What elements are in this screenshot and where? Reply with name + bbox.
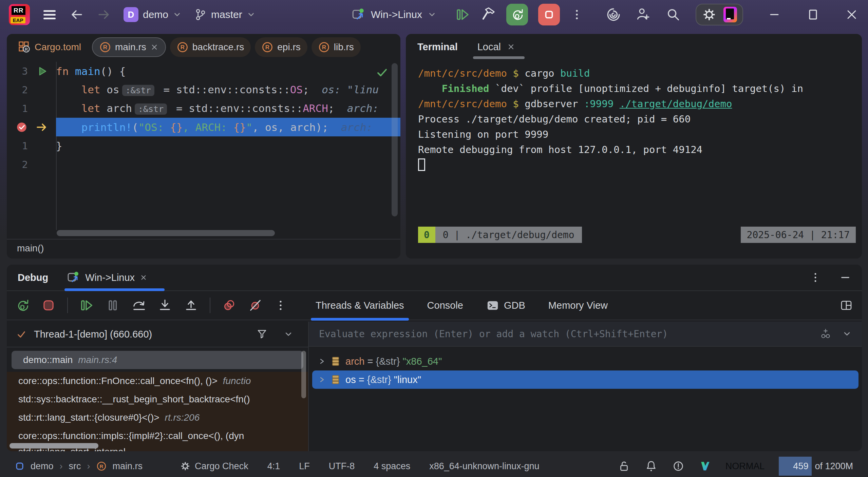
build-hammer-icon[interactable] xyxy=(480,7,496,22)
vim-mode-indicator[interactable]: NORMAL xyxy=(725,461,765,472)
problems-warning-icon[interactable] xyxy=(672,460,685,473)
close-icon[interactable] xyxy=(140,274,147,281)
status-breadcrumbs[interactable]: demo › src › R main.rs xyxy=(15,461,143,472)
status-widget-4-1[interactable]: 4:1 xyxy=(267,461,280,472)
rerun-debug-icon[interactable] xyxy=(15,298,30,313)
editor-vertical-scrollbar[interactable] xyxy=(392,63,398,216)
status-widget-4-spaces[interactable]: 4 spaces xyxy=(374,461,410,472)
svg-text:R: R xyxy=(322,44,326,51)
frames-vertical-scrollbar[interactable] xyxy=(301,351,306,398)
frames-horizontal-scrollbar[interactable] xyxy=(10,443,98,449)
run-configuration-selector[interactable]: Win->Linux xyxy=(351,0,436,29)
thread-label: Thread-1-[demo] (660.660) xyxy=(34,329,152,340)
variable-row-arch[interactable]: arch = {&str} "x86_64" xyxy=(312,352,858,370)
rerun-debug-button[interactable] xyxy=(506,4,528,25)
variable-row-os[interactable]: os = {&str} "linux" xyxy=(312,370,858,389)
more-actions-kebab-icon[interactable] xyxy=(570,8,584,21)
forward-arrow-icon[interactable] xyxy=(96,7,111,22)
project-selector[interactable]: D demo xyxy=(124,7,182,22)
mute-breakpoints-icon[interactable] xyxy=(248,298,263,313)
hide-panel-icon[interactable] xyxy=(839,271,852,284)
debug-tab-console[interactable]: Console xyxy=(426,291,465,320)
hamburger-menu-icon[interactable] xyxy=(42,7,57,22)
debug-options-kebab-icon[interactable] xyxy=(809,271,822,284)
debug-tab-threads-variables[interactable]: Threads & Variables xyxy=(314,291,405,320)
plugin-color-icon xyxy=(723,7,737,22)
resume-program-icon[interactable] xyxy=(455,7,470,22)
terminal-tab-local[interactable]: Local xyxy=(477,41,515,53)
debug-session-tab[interactable]: Win->Linux xyxy=(67,271,147,284)
resume-icon[interactable] xyxy=(79,298,94,313)
back-arrow-icon[interactable] xyxy=(69,7,84,22)
branch-selector[interactable]: master xyxy=(194,8,256,21)
crumb-project[interactable]: demo xyxy=(31,461,54,472)
stack-frame[interactable]: std::sys::backtrace::__rust_begin_short_… xyxy=(7,390,308,408)
expand-chevron-icon[interactable] xyxy=(318,376,326,384)
stop-icon[interactable] xyxy=(41,298,56,313)
add-watch-icon[interactable] xyxy=(819,327,832,340)
rustrover-logo: RR EAP xyxy=(9,4,30,25)
stack-frame[interactable]: core::ops::function::FnOnce::call_once<f… xyxy=(7,372,308,390)
close-icon[interactable] xyxy=(150,43,158,51)
close-icon[interactable] xyxy=(507,43,515,51)
step-out-icon[interactable] xyxy=(184,298,199,313)
maximize-window-icon[interactable] xyxy=(806,7,820,22)
ideavim-logo-icon[interactable] xyxy=(699,460,711,472)
editor-tab-epi.rs[interactable]: Repi.rs xyxy=(255,37,307,57)
editor-horizontal-scrollbar[interactable] xyxy=(57,230,275,236)
gutter-icon-cell[interactable] xyxy=(28,65,56,77)
layout-settings-icon[interactable] xyxy=(839,299,853,312)
terminal-output[interactable]: /mnt/c/src/demo $ cargo build Finished `… xyxy=(418,66,856,218)
editor-breadcrumb[interactable]: main() xyxy=(17,243,44,254)
code-line: 2 let os:&str = std::env::consts::OS; os… xyxy=(7,80,400,99)
thread-selector[interactable]: Thread-1-[demo] (660.660) xyxy=(7,322,308,347)
code-area[interactable]: 3fn main() {2 let os:&str = std::env::co… xyxy=(7,62,400,174)
minimize-window-icon[interactable] xyxy=(767,7,782,22)
lock-icon[interactable] xyxy=(618,460,630,473)
editor-tab-backtrace.rs[interactable]: Rbacktrace.rs xyxy=(170,37,251,57)
pause-icon[interactable] xyxy=(105,298,120,313)
notifications-bell-icon[interactable] xyxy=(645,460,658,473)
gutter-icon-cell[interactable] xyxy=(28,121,56,133)
editor-tab-lib.rs[interactable]: Rlib.rs xyxy=(312,37,361,57)
filter-funnel-icon[interactable] xyxy=(256,328,268,340)
gear-icon xyxy=(702,7,717,22)
status-widget-utf-8[interactable]: UTF-8 xyxy=(329,461,355,472)
editor-tab-main.rs[interactable]: Rmain.rs xyxy=(92,37,166,57)
crumb-dir[interactable]: src xyxy=(69,461,81,472)
status-widget-x86-64-unknown-linux-gnu[interactable]: x86_64-unknown-linux-gnu xyxy=(429,461,539,472)
terminal-line xyxy=(418,157,856,173)
stack-frame[interactable]: std::rt::lang_start::{closure#0}<()>rt.r… xyxy=(7,408,308,427)
stop-button[interactable] xyxy=(538,4,560,25)
view-breakpoints-icon[interactable] xyxy=(222,298,237,313)
step-into-icon[interactable] xyxy=(157,298,172,313)
memory-indicator[interactable]: 459 of 1200M xyxy=(779,457,853,476)
stack-frame[interactable]: demo::mainmain.rs:4 xyxy=(12,351,303,369)
editor-tab-Cargo.toml[interactable]: RCargo.toml xyxy=(12,37,88,57)
frame-function: core::ops::function::impls::{impl#2}::ca… xyxy=(18,431,247,441)
evaluate-expression-field[interactable]: Evaluate expression (Enter) or add a wat… xyxy=(309,322,862,347)
step-over-icon[interactable] xyxy=(131,298,146,313)
close-window-icon[interactable] xyxy=(844,7,859,22)
stack-frame[interactable]: core::ops::function::impls::{impl#2}::ca… xyxy=(7,427,308,445)
ai-assistant-icon[interactable] xyxy=(606,7,621,22)
debug-tab-memory-view[interactable]: Memory View xyxy=(547,291,609,320)
code-with-me-add-user-icon[interactable] xyxy=(636,7,651,22)
status-widget-lf[interactable]: LF xyxy=(299,461,310,472)
variable-stack-icon xyxy=(331,356,341,366)
debug-tab-label: GDB xyxy=(504,300,525,311)
rust-file-icon: R xyxy=(99,41,111,53)
library-frames-group: core::ops::function::FnOnce::call_once<f… xyxy=(7,372,308,451)
inspections-ok-icon[interactable] xyxy=(375,66,389,79)
toolbar-more-kebab-icon[interactable] xyxy=(274,299,287,312)
chevron-down-icon[interactable] xyxy=(842,329,852,339)
chevron-down-icon[interactable] xyxy=(284,329,293,339)
frame-function: std::sys::backtrace::__rust_begin_short_… xyxy=(18,394,250,405)
cargo-file-icon: R xyxy=(18,41,31,53)
settings-group[interactable] xyxy=(696,4,743,25)
status-widget-cargo-check[interactable]: Cargo Check xyxy=(180,461,248,472)
debug-tab-gdb[interactable]: GDB xyxy=(485,291,527,320)
search-everywhere-icon[interactable] xyxy=(666,7,681,22)
crumb-file[interactable]: main.rs xyxy=(113,461,143,472)
expand-chevron-icon[interactable] xyxy=(318,357,326,365)
